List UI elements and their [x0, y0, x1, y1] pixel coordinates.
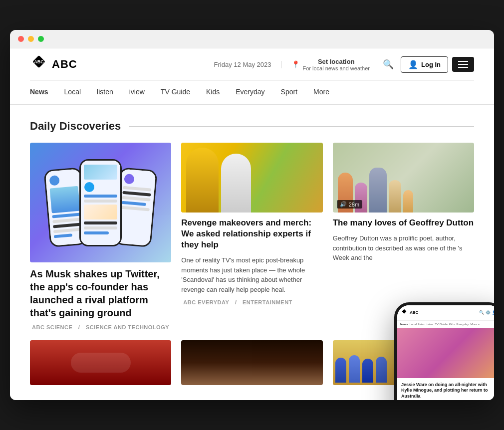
card-twitter-topic: SCIENCE AND TECHNOLOGY: [86, 324, 169, 330]
search-icon: 🔍: [383, 59, 394, 69]
video-duration: 28m: [349, 202, 359, 208]
card-revenge-title: Revenge makeovers and merch: We asked re…: [181, 217, 322, 250]
card-geoffrey-excerpt: Geoffrey Dutton was a prolific poet, aut…: [333, 233, 474, 263]
card-geoffrey-title: The many loves of Geoffrey Dutton: [333, 217, 474, 228]
mobile-user-icon[interactable]: 👤: [492, 310, 494, 315]
nav-item-iview[interactable]: iview: [121, 81, 153, 104]
menu-button[interactable]: [452, 57, 474, 72]
card-revenge-meta: ABC EVERYDAY / ENTERTAINMENT: [181, 299, 322, 305]
site-navigation: News Local listen iview TV Guide Kids Ev…: [30, 81, 474, 104]
location-title: Set location: [318, 58, 355, 65]
phone-mockup: [42, 159, 159, 246]
login-button[interactable]: 👤 Log In: [401, 56, 448, 73]
browser-dot-green[interactable]: [38, 36, 44, 42]
mobile-hero-title: Jessie Ware on doing an all-nighter with…: [401, 382, 494, 400]
mobile-hero-article[interactable]: Jessie Ware on doing an all-nighter with…: [397, 378, 494, 400]
card-geoffrey[interactable]: 🔊 28m The many loves of Geoffrey Dutton …: [333, 143, 474, 305]
card-twitter-separator: /: [78, 324, 80, 330]
mobile-nav-everyday[interactable]: Everyday: [456, 323, 469, 326]
card-revenge-excerpt: One of reality TV's most epic post-break…: [181, 255, 322, 294]
site-main: Daily Discoveries: [10, 105, 494, 400]
waveform-icon: 🔊: [340, 201, 347, 208]
card-revenge-category: ABC EVERYDAY: [183, 299, 229, 305]
logo[interactable]: ABC ABC: [30, 55, 77, 73]
card-revenge[interactable]: Revenge makeovers and merch: We asked re…: [181, 143, 322, 305]
location-subtitle: For local news and weather: [302, 65, 370, 71]
mobile-nav-iview[interactable]: iview: [427, 323, 433, 326]
card-car[interactable]: [30, 340, 171, 385]
nav-item-listen[interactable]: listen: [89, 81, 121, 104]
card-twitter-title: As Musk shakes up Twitter, the app's co-…: [30, 267, 171, 319]
card-dark-interior[interactable]: [181, 340, 322, 385]
mobile-logo-icon: [401, 309, 408, 316]
set-location-button[interactable]: 📍 Set location For local news and weathe…: [291, 58, 370, 71]
nav-item-sport[interactable]: Sport: [273, 81, 305, 104]
header-top: ABC ABC Friday 12 May 2023 📍 Set locatio…: [30, 48, 474, 81]
nav-item-kids[interactable]: Kids: [198, 81, 228, 104]
logo-icon: ABC: [30, 55, 48, 73]
header-actions: 🔍 👤 Log In: [380, 56, 474, 73]
site-header: ABC ABC Friday 12 May 2023 📍 Set locatio…: [10, 48, 494, 105]
svg-rect-2: [402, 309, 406, 314]
revenge-photo: [181, 143, 322, 213]
mobile-phone-overlay: ABC 🔍 ⚙️ 👤 News Local listen iview: [394, 302, 494, 400]
logo-text: ABC: [52, 58, 77, 71]
nav-item-everyday[interactable]: Everyday: [228, 81, 272, 104]
mobile-nav-tvguide[interactable]: TV Guide: [435, 323, 447, 326]
date-display: Friday 12 May 2023: [214, 61, 282, 68]
card-image-twitter: [30, 143, 171, 262]
card-twitter-category: ABC SCIENCE: [32, 324, 72, 330]
browser-dot-yellow[interactable]: [28, 36, 34, 42]
mobile-nav-local[interactable]: Local: [410, 323, 417, 326]
menu-bar-1: [458, 61, 468, 62]
mobile-nav-news[interactable]: News: [400, 323, 408, 326]
section-heading: Daily Discoveries: [30, 120, 474, 133]
browser-dot-red[interactable]: [18, 36, 24, 42]
search-button[interactable]: 🔍: [380, 56, 397, 73]
card-twitter-meta: ABC SCIENCE / SCIENCE AND TECHNOLOGY: [30, 324, 171, 330]
mobile-nav: News Local listen iview TV Guide Kids Ev…: [397, 321, 494, 328]
menu-bar-2: [458, 64, 468, 65]
card-image-revenge: [181, 143, 322, 213]
card-revenge-topic: ENTERTAINMENT: [243, 299, 292, 305]
svg-text:ABC: ABC: [34, 59, 44, 64]
menu-bar-3: [458, 67, 468, 68]
card-image-dark: [181, 340, 322, 385]
nav-item-news[interactable]: News: [30, 81, 56, 104]
mobile-search-icon[interactable]: 🔍: [479, 310, 484, 315]
mobile-header-bar: ABC 🔍 ⚙️ 👤: [397, 305, 494, 321]
mobile-settings-icon[interactable]: ⚙️: [486, 310, 491, 315]
card-image-geoffrey: 🔊 28m: [333, 143, 474, 213]
card-revenge-separator: /: [235, 299, 237, 305]
mobile-logo-text: ABC: [410, 310, 418, 315]
card-twitter[interactable]: As Musk shakes up Twitter, the app's co-…: [30, 143, 171, 330]
nav-item-more[interactable]: More: [305, 81, 337, 104]
nav-item-local[interactable]: Local: [56, 81, 89, 104]
login-label: Log In: [421, 61, 441, 68]
nav-item-tv-guide[interactable]: TV Guide: [153, 81, 198, 104]
phone-center: [79, 159, 122, 246]
location-pin-icon: 📍: [291, 60, 300, 68]
card-image-car: [30, 340, 171, 385]
mobile-hero-image: [397, 328, 494, 378]
browser-chrome: [10, 30, 494, 48]
video-badge: 🔊 28m: [337, 200, 362, 209]
mobile-nav-more[interactable]: More +: [470, 323, 480, 326]
mobile-nav-listen[interactable]: listen: [418, 323, 425, 326]
mobile-screen: ABC 🔍 ⚙️ 👤 News Local listen iview: [397, 305, 494, 400]
mobile-nav-kids[interactable]: Kids: [449, 323, 455, 326]
user-icon: 👤: [408, 60, 418, 69]
header-meta: Friday 12 May 2023 📍 Set location For lo…: [214, 56, 474, 73]
browser-window: ABC ABC Friday 12 May 2023 📍 Set locatio…: [10, 30, 494, 400]
